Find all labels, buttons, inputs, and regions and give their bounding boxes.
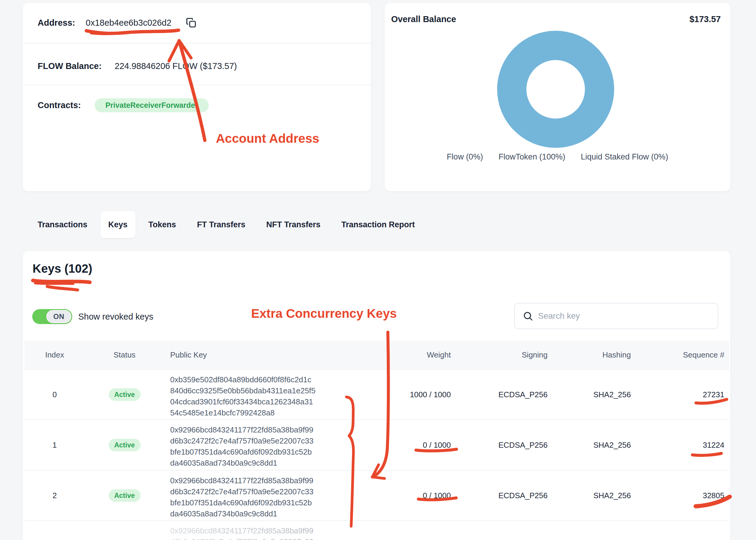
key-hashing: SHA2_256 bbox=[554, 420, 637, 470]
address-row: Address: 0x18eb4ee6b3c026d2 bbox=[38, 16, 197, 30]
key-sequence: 27231 bbox=[637, 370, 729, 419]
show-revoked-keys-label: Show revoked keys bbox=[78, 312, 153, 322]
keys-panel: Keys (102) ON Show revoked keys Index St… bbox=[23, 251, 730, 540]
overall-balance-card: Overall Balance $173.57 Flow (0%) FlowTo… bbox=[384, 3, 730, 191]
copy-icon[interactable] bbox=[185, 17, 197, 29]
status-badge: Active bbox=[109, 489, 141, 502]
divider bbox=[23, 85, 371, 85]
contract-badge[interactable]: PrivateReceiverForwarder bbox=[95, 98, 209, 112]
table-row: 0 Active 0xb359e502df804a89bdd660f0f8f6c… bbox=[25, 369, 729, 419]
table-header-row: Index Status Public Key Weight Signing H… bbox=[25, 340, 729, 369]
key-weight: 0 / 1000 bbox=[352, 521, 457, 540]
public-key: 0x92966bcd843241177f22fd85a38ba9f99 d6b3… bbox=[164, 420, 352, 470]
chart-legend: Flow (0%) FlowToken (100%) Liquid Staked… bbox=[384, 152, 730, 162]
col-index: Index bbox=[25, 340, 85, 369]
status-badge: Active bbox=[109, 439, 141, 451]
public-key: 0x92966bcd843241177f22fd85a38ba9f99 d6b3… bbox=[164, 521, 352, 540]
contracts-row: Contracts: PrivateReceiverForwarder bbox=[38, 98, 209, 112]
search-key-box bbox=[514, 303, 718, 329]
flow-balance-label: FLOW Balance: bbox=[38, 61, 115, 71]
key-sequence: 32805 bbox=[637, 471, 729, 520]
keys-title: Keys (102) bbox=[33, 262, 92, 275]
key-weight: 1000 / 1000 bbox=[352, 370, 457, 419]
col-public-key: Public Key bbox=[164, 340, 352, 369]
col-signing: Signing bbox=[457, 340, 554, 369]
search-key-input[interactable] bbox=[514, 303, 718, 329]
key-signing: ECDSA_P256 bbox=[457, 420, 554, 470]
key-hashing: SHA2_256 bbox=[554, 471, 637, 520]
address-label: Address: bbox=[38, 18, 86, 28]
tab-transaction-report[interactable]: Transaction Report bbox=[341, 220, 415, 229]
public-key: 0x92966bcd843241177f22fd85a38ba9f99 d6b3… bbox=[164, 471, 352, 520]
account-tabs: Transactions Keys Tokens FT Transfers NF… bbox=[38, 211, 415, 238]
key-weight: 0 / 1000 bbox=[352, 420, 457, 470]
public-key: 0xb359e502df804a89bdd660f0f8f6c2d1c 840d… bbox=[164, 370, 352, 419]
table-row: 1 Active 0x92966bcd843241177f22fd85a38ba… bbox=[25, 419, 729, 470]
toggle-knob[interactable]: ON bbox=[46, 310, 71, 323]
keys-table: Index Status Public Key Weight Signing H… bbox=[25, 340, 729, 540]
col-hashing: Hashing bbox=[554, 340, 637, 369]
col-status: Status bbox=[85, 340, 164, 369]
col-weight: Weight bbox=[352, 340, 457, 369]
status-badge: Active bbox=[109, 388, 141, 401]
key-signing: ECDSA_P256 bbox=[457, 521, 554, 540]
key-sequence: 31224 bbox=[637, 420, 729, 470]
key-hashing: SHA2_256 bbox=[554, 521, 637, 540]
tab-keys[interactable]: Keys bbox=[100, 211, 136, 238]
key-index: 0 bbox=[25, 370, 85, 419]
divider bbox=[23, 43, 371, 44]
flow-balance-value: 224.98846206 FLOW ($173.57) bbox=[115, 61, 237, 71]
key-signing: ECDSA_P256 bbox=[457, 471, 554, 520]
col-sequence: Sequence # bbox=[637, 340, 729, 369]
key-hashing: SHA2_256 bbox=[554, 370, 637, 419]
show-revoked-keys-toggle[interactable]: ON bbox=[32, 309, 72, 324]
balance-amount: $173.57 bbox=[690, 14, 721, 24]
key-index: 2 bbox=[25, 471, 85, 520]
table-row: 3 Active 0x92966bcd843241177f22fd85a38ba… bbox=[25, 520, 729, 540]
legend-item-flow[interactable]: Flow (0%) bbox=[447, 152, 483, 162]
key-weight: 0 / 1000 bbox=[352, 471, 457, 520]
table-row: 2 Active 0x92966bcd843241177f22fd85a38ba… bbox=[25, 470, 729, 520]
balance-donut-chart bbox=[497, 31, 614, 148]
balance-title: Overall Balance bbox=[391, 14, 456, 24]
flow-balance-row: FLOW Balance: 224.98846206 FLOW ($173.57… bbox=[38, 59, 237, 73]
tab-nft-transfers[interactable]: NFT Transfers bbox=[266, 220, 321, 229]
key-sequence bbox=[637, 521, 729, 540]
key-index: 1 bbox=[25, 420, 85, 470]
tab-transactions[interactable]: Transactions bbox=[38, 220, 87, 229]
key-index: 3 bbox=[25, 521, 85, 540]
account-info-card: Address: 0x18eb4ee6b3c026d2 FLOW Balance… bbox=[23, 3, 371, 191]
key-signing: ECDSA_P256 bbox=[457, 370, 554, 419]
legend-item-liquid-staked-flow[interactable]: Liquid Staked Flow (0%) bbox=[581, 152, 668, 162]
legend-item-flowtoken[interactable]: FlowToken (100%) bbox=[498, 152, 566, 162]
contracts-label: Contracts: bbox=[38, 100, 95, 110]
tab-ft-transfers[interactable]: FT Transfers bbox=[197, 220, 246, 229]
address-value: 0x18eb4ee6b3c026d2 bbox=[86, 18, 171, 28]
tab-tokens[interactable]: Tokens bbox=[149, 220, 176, 229]
